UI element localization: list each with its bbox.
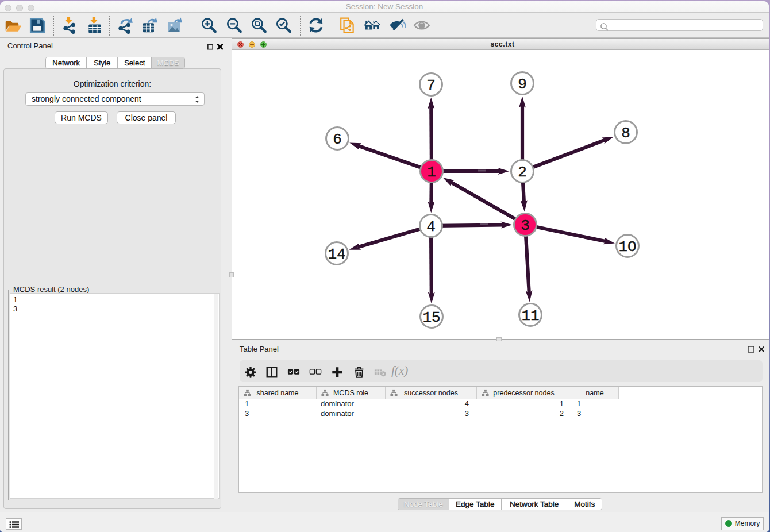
svg-text:6: 6 [333,131,342,148]
svg-text:7: 7 [426,77,436,94]
svg-text:11: 11 [521,307,539,325]
svg-text:15: 15 [422,309,440,326]
svg-text:2: 2 [518,164,527,181]
svg-text:14: 14 [328,246,345,263]
svg-text:4: 4 [426,218,436,236]
svg-text:3: 3 [521,217,530,234]
svg-text:9: 9 [518,76,527,93]
svg-text:8: 8 [621,125,630,142]
svg-text:1O: 1O [618,238,636,256]
svg-text:1: 1 [427,164,436,181]
